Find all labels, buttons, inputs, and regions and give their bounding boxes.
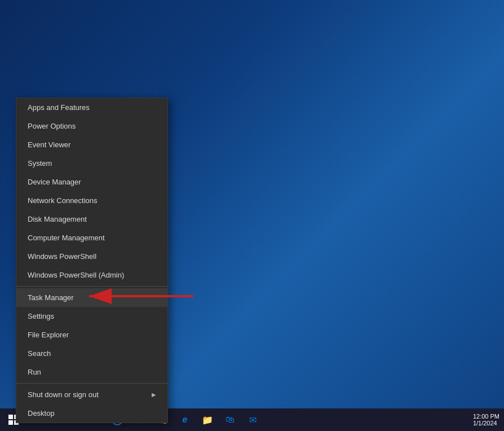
menu-item-windows-powershell-admin[interactable]: Windows PowerShell (Admin)	[16, 266, 167, 284]
menu-item-settings[interactable]: Settings	[16, 307, 167, 326]
menu-item-shut-down[interactable]: Shut down or sign out▶	[16, 385, 167, 404]
menu-item-label-device-manager: Device Manager	[28, 178, 81, 186]
store-taskbar-icon[interactable]: 🛍	[219, 408, 241, 431]
submenu-arrow-icon: ▶	[152, 392, 156, 398]
menu-item-label-disk-management: Disk Management	[28, 215, 87, 223]
menu-item-label-windows-powershell-admin: Windows PowerShell (Admin)	[28, 271, 124, 279]
menu-separator	[16, 286, 167, 287]
menu-separator	[16, 383, 167, 384]
menu-item-network-connections[interactable]: Network Connections	[16, 191, 167, 210]
menu-item-label-file-explorer: File Explorer	[28, 331, 69, 339]
menu-item-computer-management[interactable]: Computer Management	[16, 228, 167, 247]
menu-item-search[interactable]: Search	[16, 344, 167, 363]
menu-item-label-search: Search	[28, 349, 51, 358]
menu-item-file-explorer[interactable]: File Explorer	[16, 326, 167, 344]
time-display: 12:00 PM1/1/2024	[473, 413, 499, 426]
menu-item-device-manager[interactable]: Device Manager	[16, 173, 167, 191]
menu-item-label-desktop: Desktop	[28, 409, 55, 417]
menu-item-label-network-connections: Network Connections	[28, 196, 98, 205]
menu-item-label-system: System	[28, 159, 52, 168]
menu-item-label-task-manager: Task Manager	[28, 293, 74, 302]
menu-item-label-settings: Settings	[28, 312, 54, 320]
menu-item-label-computer-management: Computer Management	[28, 234, 105, 242]
context-menu: Apps and FeaturesPower OptionsEvent View…	[16, 98, 168, 423]
menu-item-windows-powershell[interactable]: Windows PowerShell	[16, 247, 167, 266]
system-tray: 12:00 PM1/1/2024	[473, 413, 504, 426]
menu-item-label-power-options: Power Options	[28, 122, 76, 130]
files-taskbar-icon[interactable]: 📁	[196, 408, 219, 431]
menu-item-label-event-viewer: Event Viewer	[28, 140, 70, 149]
menu-item-label-run: Run	[28, 368, 41, 376]
menu-item-run[interactable]: Run	[16, 363, 167, 381]
mail-taskbar-icon[interactable]: ✉	[241, 408, 264, 431]
menu-item-label-apps-features: Apps and Features	[28, 103, 90, 112]
menu-item-label-shut-down: Shut down or sign out	[28, 390, 99, 399]
menu-item-power-options[interactable]: Power Options	[16, 117, 167, 135]
menu-item-system[interactable]: System	[16, 154, 167, 173]
menu-item-disk-management[interactable]: Disk Management	[16, 210, 167, 228]
menu-item-desktop[interactable]: Desktop	[16, 404, 167, 423]
menu-item-label-windows-powershell: Windows PowerShell	[28, 252, 96, 261]
menu-item-task-manager[interactable]: Task Manager	[16, 288, 167, 307]
menu-item-apps-features[interactable]: Apps and Features	[16, 98, 167, 117]
edge-taskbar-icon[interactable]: e	[174, 408, 196, 431]
menu-item-event-viewer[interactable]: Event Viewer	[16, 135, 167, 154]
